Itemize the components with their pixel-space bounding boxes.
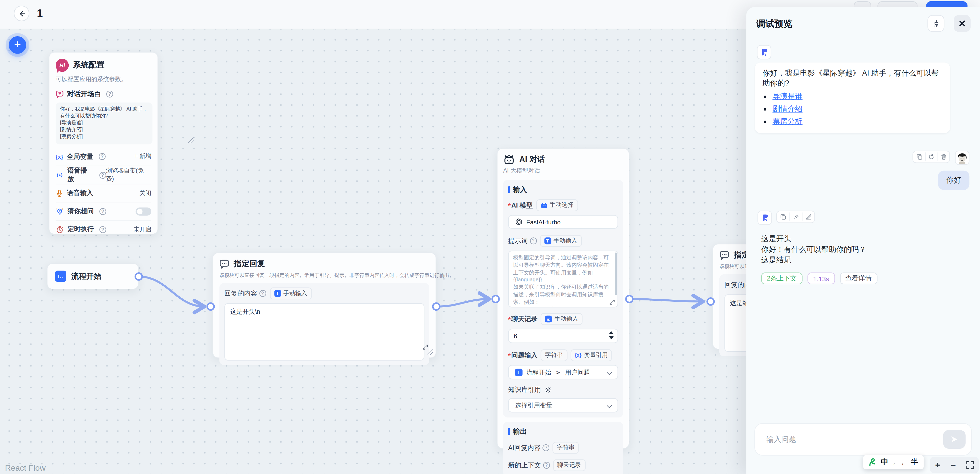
help-icon: ? — [106, 91, 113, 97]
speech-bubble-icon — [719, 251, 729, 260]
model-select[interactable]: FastAI-turbo — [508, 215, 618, 229]
retry-button[interactable] — [925, 153, 937, 161]
history-count-input[interactable]: 6 — [508, 329, 618, 343]
page-title: 1 — [37, 7, 43, 20]
kb-ref-select[interactable]: 选择引用变量 — [508, 398, 618, 412]
edge-ai-to-reply[interactable] — [629, 299, 703, 301]
delete-button[interactable] — [937, 153, 949, 161]
help-icon: ? — [99, 208, 106, 215]
sound-icon — [792, 214, 799, 220]
tts-play-button[interactable] — [789, 212, 802, 221]
flow-start-node[interactable]: I.. 流程开始 — [47, 263, 139, 289]
gear-icon[interactable] — [544, 386, 551, 394]
opening-textarea[interactable]: 你好，我是电影《星际穿越》 AI 助手，有什么可以帮助你的? [导演是谁] [剧… — [56, 103, 153, 145]
copy-button[interactable] — [777, 212, 789, 221]
ai-chat-node[interactable]: AI 对话 AI 大模型对话 输入 *AI 模型 手动选择 FastAI-tur… — [497, 148, 629, 449]
config-row-voice-input[interactable]: 语音输入 关闭 — [56, 184, 151, 202]
config-row-variables[interactable]: {x}全局变量? + 新增 — [56, 148, 151, 165]
reply-node-left[interactable]: 指定回复 该模块可以直接回复一段指定的内容。常用于引导、提示。非字符串内容传入时… — [212, 253, 436, 358]
text-input-icon: T — [274, 290, 281, 297]
number-stepper[interactable] — [609, 331, 614, 339]
resize-handle[interactable] — [188, 138, 194, 143]
chat-input[interactable] — [766, 424, 935, 455]
chat-input-box[interactable] — [755, 424, 971, 455]
model-logo-icon — [515, 218, 522, 225]
bulb-icon: ? — [56, 207, 64, 215]
clear-chat-button[interactable] — [928, 15, 944, 32]
copy-icon — [780, 214, 786, 220]
expand-icon[interactable] — [609, 299, 615, 305]
send-button[interactable] — [943, 430, 966, 449]
config-row-schedule[interactable]: 定时执行? 未开启 — [56, 220, 151, 238]
voice-play-icon — [56, 171, 64, 179]
edge-start-to-reply[interactable] — [139, 276, 204, 306]
zoom-out-button[interactable]: − — [951, 460, 956, 469]
config-row-tts[interactable]: 语音播放? 浏览器自带(免费) — [56, 165, 151, 184]
node-description: 该模块可以直接回复一段指定的内容。常用于引导、提示。非字符串内容传入时，会转成字… — [219, 272, 430, 279]
context-count-badge[interactable]: 2条上下文 — [761, 272, 802, 284]
ime-width-mode[interactable]: 半 — [910, 457, 918, 468]
quick-question-item[interactable]: 票房分析 — [772, 117, 942, 126]
help-icon: ? — [99, 172, 106, 178]
variable-icon: {x} — [574, 353, 581, 358]
help-icon: ? — [530, 237, 536, 244]
node-title: 指定回复 — [234, 259, 265, 270]
variables-icon: {x} — [56, 153, 63, 159]
config-row-guess-ask[interactable]: ? 猜你想问? — [56, 202, 151, 220]
chat-heart-icon — [56, 90, 64, 98]
hi-chat-icon: Hi — [56, 59, 69, 72]
speech-bubble-icon — [219, 259, 229, 269]
ime-punct-mode[interactable]: 。， — [893, 458, 906, 466]
ime-lang-mode[interactable]: 中 — [881, 457, 888, 468]
reactflow-attribution: React Flow — [5, 463, 46, 472]
bot-avatar — [757, 211, 772, 225]
quick-question-item[interactable]: 导演是谁 — [772, 92, 942, 101]
system-config-node[interactable]: Hi 系统配置 可以配置应用的系统参数。 对话开场白 ? 你好，我是电影《星际穿… — [49, 52, 158, 234]
close-panel-button[interactable] — [954, 15, 970, 32]
trash-icon — [940, 154, 947, 160]
add-variable-button[interactable]: + 新增 — [134, 153, 151, 161]
string-type-badge: 字符串 — [552, 442, 579, 454]
flow-start-mini-icon: I — [515, 368, 522, 376]
quick-question-item[interactable]: 剧情介绍 — [772, 104, 942, 114]
zoom-in-button[interactable]: + — [935, 460, 940, 469]
help-icon: ? — [543, 462, 550, 469]
guess-ask-toggle[interactable] — [135, 207, 151, 215]
add-node-button[interactable]: + — [9, 36, 26, 54]
manual-input-badge[interactable]: n:手动输入 — [541, 313, 582, 325]
number-input-icon: n: — [545, 315, 552, 322]
help-icon: ? — [99, 226, 106, 233]
user-avatar — [955, 151, 969, 165]
edit-button[interactable] — [802, 212, 815, 221]
output-section-label: 输出 — [513, 427, 527, 436]
question-source-select[interactable]: I 流程开始 ＞ 用户问题 — [508, 365, 618, 379]
user-message-actions — [913, 151, 950, 163]
back-button[interactable] — [14, 6, 29, 21]
ime-status-bar[interactable]: 中 。， 半 — [863, 455, 924, 469]
bot-message-text: 这是开头 你好！有什么可以帮助你的吗？ 这是结尾 — [761, 234, 866, 266]
response-time-badge[interactable]: 1.13s — [807, 272, 835, 284]
reply-content-textarea[interactable]: 这是开头\n — [224, 303, 424, 360]
fit-view-icon[interactable] — [966, 461, 974, 469]
edge-reply-to-ai[interactable] — [436, 299, 489, 306]
textarea-scrollbar[interactable] — [615, 253, 617, 295]
manual-input-badge[interactable]: T手动输入 — [270, 288, 312, 299]
variable-ref-badge[interactable]: {x}变量引用 — [570, 350, 612, 361]
node-description: AI 大模型对话 — [503, 167, 623, 175]
copy-icon — [916, 154, 922, 160]
node-description: 可以配置应用的系统参数。 — [56, 76, 151, 84]
prompt-textarea[interactable]: 模型固定的引导词，通过调整该内容，可以引导模型聊天方向。该内容会被固定在上下文的… — [508, 251, 618, 308]
bot-avatar — [757, 45, 771, 59]
welcome-text: 你好，我是电影《星际穿越》 AI 助手，有什么可以帮助你的? — [762, 68, 942, 88]
manual-select-badge[interactable]: 手动选择 — [536, 199, 578, 212]
help-icon: ? — [542, 444, 549, 451]
help-icon: ? — [99, 153, 106, 160]
timer-icon — [56, 225, 64, 234]
node-title: 系统配置 — [73, 60, 104, 71]
resize-handle[interactable] — [428, 350, 433, 355]
view-detail-button[interactable]: 查看详情 — [840, 272, 877, 284]
broom-icon — [932, 19, 940, 27]
mic-icon — [56, 189, 63, 197]
manual-input-badge[interactable]: T手动输入 — [540, 235, 582, 247]
copy-button[interactable] — [913, 153, 925, 161]
